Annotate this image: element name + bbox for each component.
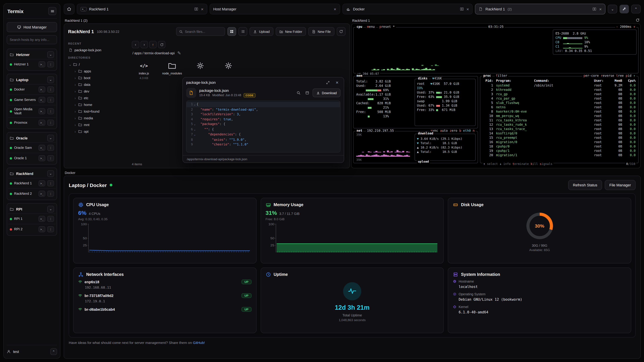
process-row[interactable]: 10mm_percpu_wqroot0B0.0 xyxy=(480,114,638,118)
close-tab-icon[interactable]: × xyxy=(466,7,469,11)
process-row[interactable]: 20migration/1root0B0.0 xyxy=(480,153,638,157)
process-row[interactable]: 6netnsroot0B0.0 xyxy=(480,105,638,109)
host-item-open-media-vault[interactable]: Open Media Vault>_⋮ xyxy=(8,105,56,117)
home-button[interactable] xyxy=(64,4,74,14)
tree-item-opt[interactable]: ›opt xyxy=(68,128,128,135)
open-terminal-button[interactable]: >_ xyxy=(38,191,45,197)
open-terminal-button[interactable]: >_ xyxy=(38,180,45,186)
host-menu-button[interactable]: ⋮ xyxy=(47,191,54,197)
list-view-button[interactable] xyxy=(239,27,247,36)
open-terminal-button[interactable]: >_ xyxy=(38,86,45,92)
file-manager-button[interactable]: File Manager xyxy=(605,180,636,190)
process-row[interactable]: 12rcu_tasks_rude_kroot0B0.0 xyxy=(480,122,638,127)
host-menu-button[interactable]: ⋮ xyxy=(47,216,54,222)
host-menu-button[interactable]: ⋮ xyxy=(47,120,54,126)
user-menu-button[interactable]: ⌃ xyxy=(50,348,57,355)
tree-item-boot[interactable]: ›boot xyxy=(68,74,128,81)
group-header-laptop[interactable]: Laptop⌄ xyxy=(8,75,56,84)
process-row[interactable]: 2kthreaddroot0B0.0 xyxy=(480,87,638,92)
open-terminal-button[interactable]: >_ xyxy=(38,97,45,103)
process-row[interactable]: 11rcu_tasks_kthrearoot0B0.0 xyxy=(480,118,638,122)
tabbar-expand-button[interactable]: ⌃ xyxy=(631,5,641,13)
refresh-files-button[interactable] xyxy=(337,27,346,36)
tree-item-etc[interactable]: ›etc xyxy=(68,94,128,101)
host-menu-button[interactable]: ⋮ xyxy=(47,180,54,186)
tree-item-mnt[interactable]: ›mnt xyxy=(68,121,128,128)
process-row[interactable]: 4rcu_par_gproot0B0.0 xyxy=(480,96,638,100)
tree-item-home[interactable]: ›home xyxy=(68,101,128,108)
new-file-button[interactable]: New File xyxy=(308,27,334,36)
host-item-proxmox[interactable]: Proxmox>_⋮ xyxy=(8,117,56,128)
open-terminal-button[interactable]: >_ xyxy=(38,108,45,114)
host-item-game-servers[interactable]: Game Servers>_⋮ xyxy=(8,94,56,105)
open-terminal-button[interactable]: >_ xyxy=(38,145,45,151)
code-preview[interactable]: 1⌄{2 "name": "termix-download-api",3 "lo… xyxy=(186,100,340,152)
process-row[interactable]: 3rcu_gproot0B0.0 xyxy=(480,92,638,96)
tree-item-lost-found[interactable]: ›lost+found xyxy=(68,108,128,115)
split-tab-icon[interactable] xyxy=(460,7,464,11)
open-terminal-button[interactable]: >_ xyxy=(38,120,45,126)
group-header-racknerd[interactable]: RackNerd⌄ xyxy=(8,169,56,178)
group-header-rpi[interactable]: RPI⌄ xyxy=(8,204,56,214)
tabbar-collapse-button[interactable]: ⌄ xyxy=(608,5,617,13)
close-tab-icon[interactable]: × xyxy=(599,7,602,11)
open-terminal-button[interactable]: >_ xyxy=(38,61,45,67)
close-modal-button[interactable]: × xyxy=(334,79,340,86)
host-item-racknerd-2[interactable]: RackNerd 2>_⋮ xyxy=(8,188,56,199)
tree-item-dev[interactable]: ›dev xyxy=(68,88,128,94)
host-manager-button[interactable]: Host Manager xyxy=(7,22,57,32)
process-row[interactable]: 13rcu_tasks_trace_root0B0.0 xyxy=(480,127,638,131)
collapse-group-button[interactable]: ⌄ xyxy=(47,170,54,177)
process-row[interactable]: 16migration/0root0B0.0 xyxy=(480,140,638,144)
expand-modal-button[interactable] xyxy=(324,79,331,86)
github-link[interactable]: GitHub! xyxy=(193,341,205,345)
process-row[interactable]: 18cpuhp/0root0B0.0 xyxy=(480,144,638,148)
host-menu-button[interactable]: ⋮ xyxy=(47,108,54,114)
host-item-docker[interactable]: Docker>_⋮ xyxy=(8,84,56,94)
upload-button[interactable]: Upload xyxy=(250,27,273,36)
host-menu-button[interactable]: ⋮ xyxy=(47,61,54,67)
tab-host-manager-1[interactable]: Host Manager× xyxy=(210,4,340,14)
host-item-rpi-1[interactable]: RPI 1>_⋮ xyxy=(8,214,56,224)
split-tab-icon[interactable] xyxy=(592,7,596,11)
host-menu-button[interactable]: ⋮ xyxy=(47,145,54,151)
host-item-hetzner-1[interactable]: Hetzner 1>_⋮ xyxy=(8,59,56,69)
host-menu-button[interactable]: ⋮ xyxy=(47,226,54,232)
group-header-hetzner[interactable]: Hetzner⌄ xyxy=(8,50,56,59)
process-row[interactable]: 1systemd/sbin/initroot9.2M0.0 xyxy=(480,83,638,87)
tree-item-media[interactable]: ›media xyxy=(68,115,128,121)
open-terminal-button[interactable]: >_ xyxy=(38,155,45,161)
refresh-status-button[interactable]: Refresh Status xyxy=(568,180,602,190)
nav-up-button[interactable]: ↑ xyxy=(149,41,157,48)
collapse-group-button[interactable]: ⌄ xyxy=(47,76,54,83)
recent-item-package-lock-json[interactable]: package-lock.json xyxy=(68,47,128,53)
process-table[interactable]: 1systemd/sbin/initroot9.2M0.02kthreaddro… xyxy=(480,83,638,157)
tab-racknerd-1-0[interactable]: >_RackNerd 1× xyxy=(77,4,207,14)
close-tab-icon[interactable]: × xyxy=(334,7,336,11)
sidebar-menu-button[interactable] xyxy=(48,7,56,15)
host-menu-button[interactable]: ⋮ xyxy=(47,97,54,103)
tree-item-data[interactable]: ›data xyxy=(68,81,128,88)
process-row[interactable]: 14ksoftirqd/0root0B0.0 xyxy=(480,131,638,135)
terminal-screen[interactable]: cpu menu preset * 03:31:25 - 2000ms + ▂ … xyxy=(351,23,641,168)
tab-racknerd-1-3[interactable]: RackNerd 1(2)× xyxy=(475,4,606,14)
collapse-group-button[interactable]: ⌄ xyxy=(47,135,54,141)
search-in-file-button[interactable] xyxy=(295,89,302,96)
file-tile-index-js[interactable]: </>index.js4.3 KB xyxy=(132,59,156,82)
file-tile-node-modules[interactable]: node_modules xyxy=(160,59,184,82)
group-header-oracle[interactable]: Oracle⌄ xyxy=(8,133,56,142)
process-row[interactable]: 8kworker/0:0H-everoot0B0.0 xyxy=(480,109,638,114)
process-row[interactable]: 5slub_flushwqroot0B0.0 xyxy=(480,100,638,105)
file-search[interactable] xyxy=(176,27,225,36)
tree-item-apps[interactable]: ›apps xyxy=(68,68,128,74)
host-item-oracle-1[interactable]: Oracle 1>_⋮ xyxy=(8,153,56,163)
file-search-input[interactable] xyxy=(185,30,222,33)
process-row[interactable]: 15rcu_preemptroot0B0.0 xyxy=(480,135,638,140)
close-tab-icon[interactable]: × xyxy=(201,7,204,11)
host-menu-button[interactable]: ⋮ xyxy=(47,155,54,161)
grid-view-button[interactable] xyxy=(228,27,236,36)
nav-back-button[interactable]: ‹ xyxy=(132,41,139,48)
download-button[interactable]: Download xyxy=(312,88,340,97)
new-folder-button[interactable]: New Folder xyxy=(276,27,306,36)
split-tab-icon[interactable] xyxy=(194,7,198,11)
